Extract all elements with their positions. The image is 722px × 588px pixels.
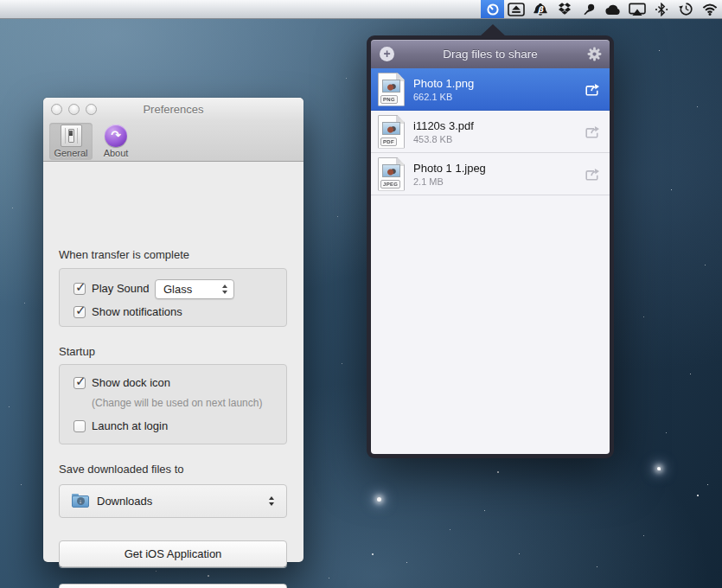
check-mark: ✓ xyxy=(75,303,86,318)
file-type-badge: JPEG xyxy=(380,180,400,189)
play-sound-checkbox[interactable]: ✓ xyxy=(73,283,86,295)
show-dock-icon-label: Show dock icon xyxy=(92,376,170,389)
stepper-arrows-icon xyxy=(269,496,274,506)
popover-title: Drag files to share xyxy=(443,48,538,61)
download-arrow-icon: ↓ xyxy=(77,497,85,505)
file-type-icon: JPEG xyxy=(378,157,405,191)
startup-groupbox: ✓ Show dock icon (Change will be used on… xyxy=(59,364,287,444)
file-size: 662.1 KB xyxy=(413,91,584,103)
file-meta: Photo 1 1.jpeg 2.1 MB xyxy=(413,161,584,188)
tab-about-label: About xyxy=(104,148,129,158)
share-popover: + Drag files to share PNG Photo 1.png 66… xyxy=(367,23,614,458)
title-bar[interactable]: Preferences xyxy=(43,98,303,121)
file-row[interactable]: PDF i1120s 3.pdf 453.8 KB xyxy=(371,111,610,153)
file-size: 453.8 KB xyxy=(413,133,584,145)
show-notifications-label: Show notifications xyxy=(92,305,182,318)
pin-icon[interactable] xyxy=(577,0,601,18)
launch-at-login-checkbox[interactable]: ✓ xyxy=(73,420,86,432)
preferences-window: Preferences General ↷ About When transfe… xyxy=(43,98,303,562)
file-name: Photo 1.png xyxy=(413,76,584,91)
show-dock-icon-row: ✓ Show dock icon xyxy=(73,376,170,389)
file-list: PNG Photo 1.png 662.1 KB PDF i1120s 3.pd… xyxy=(371,68,610,454)
glow-star xyxy=(657,467,661,470)
sound-select-value: Glass xyxy=(163,283,215,296)
cloud-icon[interactable] xyxy=(601,0,625,18)
popover-header: + Drag files to share xyxy=(371,40,610,68)
share-icon[interactable] xyxy=(584,125,601,139)
download-folder-value: Downloads xyxy=(97,495,262,508)
file-row[interactable]: JPEG Photo 1 1.jpeg 2.1 MB xyxy=(371,153,610,195)
glow-star xyxy=(377,497,381,502)
add-file-button[interactable]: + xyxy=(380,47,394,61)
timer-icon[interactable] xyxy=(481,0,504,18)
file-type-badge: PDF xyxy=(380,137,397,146)
time-machine-icon[interactable] xyxy=(674,0,698,18)
svg-text:β: β xyxy=(538,4,544,13)
get-ios-app-button[interactable]: Get iOS Application xyxy=(59,540,287,567)
popover-arrow xyxy=(480,24,506,36)
play-sound-label: Play Sound xyxy=(92,282,150,295)
section-label-save: Save downloaded files to xyxy=(59,463,184,476)
file-meta: Photo 1.png 662.1 KB xyxy=(413,76,584,103)
dropbox-icon[interactable] xyxy=(553,0,577,18)
file-row[interactable]: PNG Photo 1.png 662.1 KB xyxy=(371,68,610,111)
play-sound-row: ✓ Play Sound xyxy=(73,282,150,295)
tab-general-label: General xyxy=(54,148,87,158)
window-title: Preferences xyxy=(43,103,303,116)
check-mark: ✓ xyxy=(75,279,86,295)
sound-select[interactable]: Glass xyxy=(155,279,234,299)
launch-at-login-row: ✓ Launch at login xyxy=(73,419,168,432)
eject-box-icon[interactable] xyxy=(504,0,528,18)
light-switch-icon xyxy=(61,125,82,147)
section-label-transfer: When transfer is complete xyxy=(59,248,189,261)
tab-about[interactable]: ↷ About xyxy=(96,123,136,160)
section-label-startup: Startup xyxy=(59,345,95,358)
launch-at-login-label: Launch at login xyxy=(92,419,168,432)
file-type-badge: PNG xyxy=(380,95,398,104)
airplay-icon[interactable] xyxy=(625,0,649,18)
file-size: 2.1 MB xyxy=(413,176,584,188)
check-mark: ✓ xyxy=(75,374,86,389)
share-icon[interactable] xyxy=(584,167,601,182)
show-dock-icon-checkbox[interactable]: ✓ xyxy=(73,377,86,389)
transfer-groupbox: ✓ Play Sound Glass ✓ Show notifications xyxy=(59,268,287,327)
preferences-content: When transfer is complete ✓ Play Sound G… xyxy=(43,162,303,562)
show-notifications-checkbox[interactable]: ✓ xyxy=(73,306,86,318)
app-logo-icon: ↷ xyxy=(105,125,127,147)
wifi-icon[interactable] xyxy=(698,0,722,18)
notifications-beta-icon[interactable]: β xyxy=(528,0,553,18)
preferences-toolbar: General ↷ About xyxy=(43,121,303,162)
dock-change-note: (Change will be used on next launch) xyxy=(92,397,262,409)
gear-icon[interactable] xyxy=(587,47,602,61)
file-type-icon: PDF xyxy=(378,115,405,149)
menu-bar: β xyxy=(0,0,722,19)
stepper-arrows-icon xyxy=(222,284,227,294)
download-folder-select[interactable]: ↓ Downloads xyxy=(59,484,287,518)
popover-frame: + Drag files to share PNG Photo 1.png 66… xyxy=(367,35,614,458)
file-meta: i1120s 3.pdf 453.8 KB xyxy=(413,118,584,145)
file-name: Photo 1 1.jpeg xyxy=(413,161,584,176)
quit-button[interactable]: Quit xyxy=(59,584,287,588)
share-icon[interactable] xyxy=(584,82,601,97)
file-type-icon: PNG xyxy=(378,73,405,106)
bluetooth-icon[interactable] xyxy=(649,0,674,18)
tab-general[interactable]: General xyxy=(49,123,93,160)
downloads-folder-icon: ↓ xyxy=(72,495,89,508)
file-name: i1120s 3.pdf xyxy=(413,118,584,133)
show-notifications-row: ✓ Show notifications xyxy=(73,305,182,318)
